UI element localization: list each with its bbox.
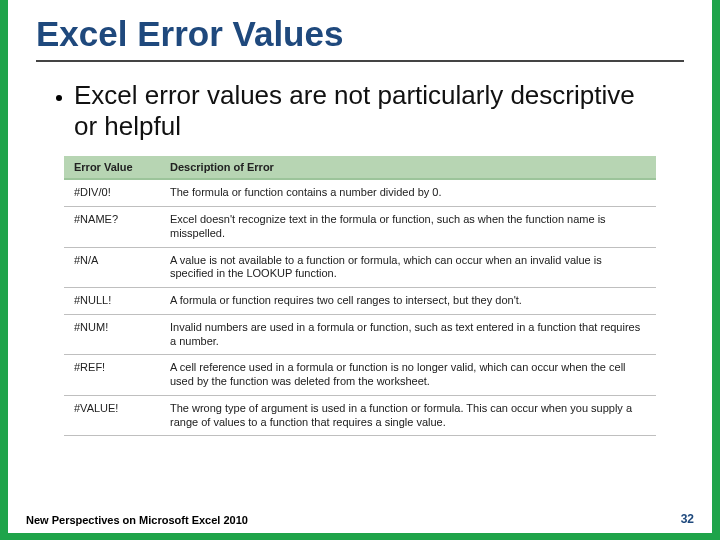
cell-description: A cell reference used in a formula or fu…	[160, 355, 656, 396]
cell-error-value: #NAME?	[64, 207, 160, 248]
cell-error-value: #DIV/0!	[64, 179, 160, 206]
cell-description: A formula or function requires two cell …	[160, 288, 656, 315]
cell-description: A value is not available to a function o…	[160, 247, 656, 288]
table-row: #REF! A cell reference used in a formula…	[64, 355, 656, 396]
cell-description: The wrong type of argument is used in a …	[160, 395, 656, 436]
cell-error-value: #REF!	[64, 355, 160, 396]
col-header-error-value: Error Value	[64, 156, 160, 179]
error-table: Error Value Description of Error #DIV/0!…	[64, 156, 656, 436]
cell-description: Excel doesn't recognize text in the form…	[160, 207, 656, 248]
table-row: #NUM! Invalid numbers are used in a form…	[64, 314, 656, 355]
footer-source: New Perspectives on Microsoft Excel 2010	[26, 514, 248, 526]
slide-footer: New Perspectives on Microsoft Excel 2010…	[26, 512, 694, 526]
table-row: #NULL! A formula or function requires tw…	[64, 288, 656, 315]
error-table-wrap: Error Value Description of Error #DIV/0!…	[8, 156, 712, 436]
title-divider	[36, 60, 684, 62]
cell-error-value: #VALUE!	[64, 395, 160, 436]
table-row: #DIV/0! The formula or function contains…	[64, 179, 656, 206]
table-row: #N/A A value is not available to a funct…	[64, 247, 656, 288]
cell-description: The formula or function contains a numbe…	[160, 179, 656, 206]
cell-error-value: #N/A	[64, 247, 160, 288]
table-row: #NAME? Excel doesn't recognize text in t…	[64, 207, 656, 248]
bullet-dot-icon	[56, 95, 62, 101]
col-header-description: Description of Error	[160, 156, 656, 179]
page-number: 32	[681, 512, 694, 526]
slide-frame: Excel Error Values Excel error values ar…	[0, 0, 720, 540]
bullet-text: Excel error values are not particularly …	[74, 80, 664, 142]
cell-description: Invalid numbers are used in a formula or…	[160, 314, 656, 355]
table-header-row: Error Value Description of Error	[64, 156, 656, 179]
bullet-item: Excel error values are not particularly …	[8, 74, 712, 156]
page-title: Excel Error Values	[8, 0, 712, 60]
table-row: #VALUE! The wrong type of argument is us…	[64, 395, 656, 436]
cell-error-value: #NUM!	[64, 314, 160, 355]
cell-error-value: #NULL!	[64, 288, 160, 315]
